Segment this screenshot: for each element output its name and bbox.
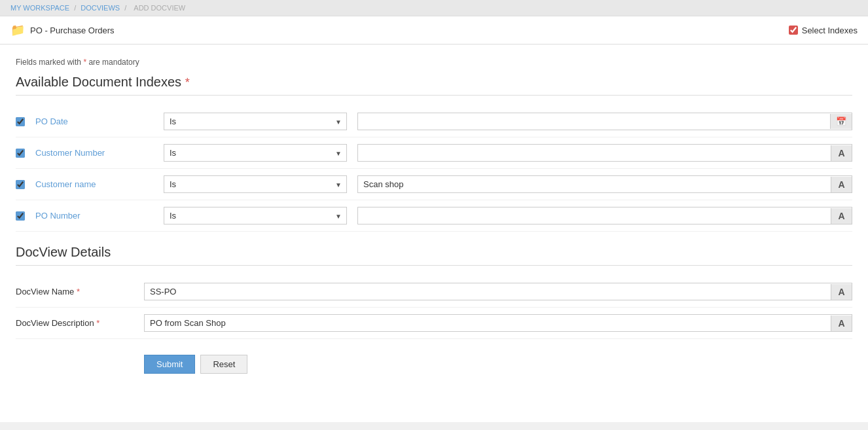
header-bar: 📁 PO - Purchase Orders Select Indexes — [0, 16, 868, 45]
folder-name: PO - Purchase Orders — [30, 26, 115, 35]
folder-icon: 📁 — [10, 23, 25, 37]
index-value-po-number-wrap: A — [357, 207, 852, 224]
index-checkbox-po-number[interactable] — [16, 211, 25, 221]
main-content: Fields marked with * are mandatory Avail… — [0, 45, 868, 422]
docview-name-btn[interactable]: A — [831, 284, 852, 300]
index-operator-customer-name-wrap[interactable]: Is Is Not Contains Starts With Ends With — [164, 175, 347, 193]
index-text-btn-customer-name[interactable]: A — [831, 177, 852, 192]
index-value-po-date[interactable] — [358, 113, 830, 130]
index-row-customer-name: Customer name Is Is Not Contains Starts … — [16, 169, 852, 200]
reset-button[interactable]: Reset — [200, 355, 247, 374]
form-row-docview-name: DocView Name * A — [16, 276, 852, 308]
index-value-customer-number[interactable] — [358, 145, 831, 161]
docview-desc-label: DocView Description * — [16, 318, 134, 328]
docview-desc-btn[interactable]: A — [831, 315, 852, 331]
section-title: Available Document Indexes * — [16, 75, 852, 90]
docview-section-title: DocView Details — [16, 245, 852, 260]
index-calendar-btn-po-date[interactable]: 📅 — [830, 114, 852, 129]
index-value-customer-number-wrap: A — [357, 144, 852, 162]
select-indexes-checkbox[interactable] — [789, 26, 798, 35]
index-row-customer-number: Customer Number Is Is Not Contains Start… — [16, 137, 852, 169]
index-operator-customer-number-wrap[interactable]: Is Is Not Contains Starts With Ends With — [164, 144, 347, 162]
index-label-customer-name: Customer name — [35, 179, 153, 189]
select-indexes-control[interactable]: Select Indexes — [789, 26, 858, 35]
index-row-po-date: PO Date Is Is Not Contains Starts With E… — [16, 106, 852, 137]
breadcrumb: MY WORKSPACE / DOCVIEWS / ADD DOCVIEW — [0, 0, 868, 16]
index-operator-po-date-wrap[interactable]: Is Is Not Contains Starts With Ends With — [164, 113, 347, 130]
action-buttons: Submit Reset — [16, 355, 852, 374]
index-label-customer-number: Customer Number — [35, 148, 153, 158]
submit-button[interactable]: Submit — [144, 355, 195, 374]
docview-name-input[interactable] — [145, 283, 831, 300]
breadcrumb-add-docview: ADD DOCVIEW — [134, 4, 185, 12]
breadcrumb-my-workspace[interactable]: MY WORKSPACE — [10, 4, 69, 12]
index-operator-po-number-wrap[interactable]: Is Is Not Contains Starts With Ends With — [164, 207, 347, 224]
index-operator-customer-name[interactable]: Is Is Not Contains Starts With Ends With — [164, 175, 347, 193]
docview-desc-input[interactable] — [145, 315, 831, 331]
index-checkbox-customer-name[interactable] — [16, 180, 25, 189]
index-value-po-date-wrap: 📅 — [357, 113, 852, 130]
index-value-customer-name-wrap: A — [357, 175, 852, 193]
docview-name-label: DocView Name * — [16, 287, 134, 296]
mandatory-note: Fields marked with * are mandatory — [16, 58, 852, 67]
breadcrumb-docviews[interactable]: DOCVIEWS — [81, 4, 120, 12]
index-operator-po-number[interactable]: Is Is Not Contains Starts With Ends With — [164, 207, 347, 224]
index-label-po-date: PO Date — [35, 116, 153, 126]
index-operator-customer-number[interactable]: Is Is Not Contains Starts With Ends With — [164, 144, 347, 162]
index-checkbox-po-date[interactable] — [16, 117, 25, 126]
docview-name-input-wrap: A — [144, 283, 852, 300]
index-value-customer-name[interactable] — [358, 176, 831, 192]
folder-info: 📁 PO - Purchase Orders — [10, 23, 115, 37]
section-divider — [16, 95, 852, 96]
index-rows: PO Date Is Is Not Contains Starts With E… — [16, 106, 852, 232]
index-text-btn-customer-number[interactable]: A — [831, 145, 852, 161]
index-row-po-number: PO Number Is Is Not Contains Starts With… — [16, 200, 852, 232]
index-checkbox-customer-number[interactable] — [16, 149, 25, 158]
index-value-po-number[interactable] — [358, 207, 831, 224]
index-label-po-number: PO Number — [35, 211, 153, 221]
select-indexes-label: Select Indexes — [802, 26, 858, 35]
index-operator-po-date[interactable]: Is Is Not Contains Starts With Ends With — [164, 113, 347, 130]
form-row-docview-desc: DocView Description * A — [16, 308, 852, 339]
index-text-btn-po-number[interactable]: A — [831, 208, 852, 224]
docview-divider — [16, 265, 852, 266]
docview-details-section: DocView Details DocView Name * A DocView… — [16, 245, 852, 339]
docview-desc-input-wrap: A — [144, 314, 852, 332]
